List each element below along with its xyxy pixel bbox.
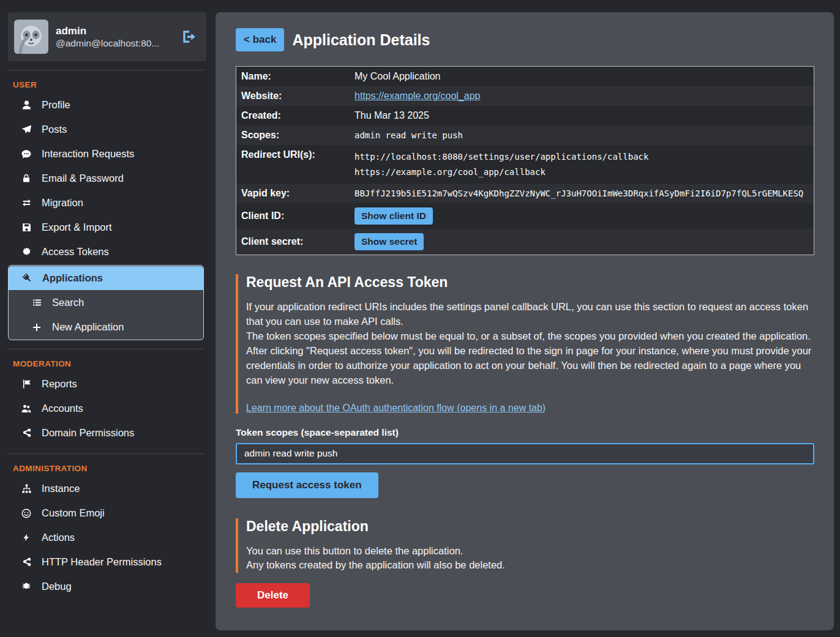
sidebar-item-accounts[interactable]: Accounts [8, 397, 206, 420]
sidebar-item-reports[interactable]: Reports [8, 372, 206, 396]
sidebar-item-label: Posts [42, 124, 67, 135]
row-label: Redirect URI(s): [236, 145, 350, 165]
list-icon [31, 297, 43, 308]
comment-dots-icon [20, 149, 32, 160]
show-secret-button[interactable]: Show secret [354, 233, 424, 250]
sign-out-icon [181, 29, 197, 45]
user-card[interactable]: admin @admin@localhost:80... [8, 12, 206, 61]
sidebar-item-label: Access Tokens [42, 246, 109, 258]
row-value: http://localhost:8080/settings/user/appl… [350, 145, 814, 184]
delete-button[interactable]: Delete [236, 583, 310, 608]
section-label-administration: ADMINISTRATION [13, 464, 206, 473]
row-label: Created: [236, 106, 350, 125]
bolt-icon [20, 532, 32, 543]
sidebar-item-applications-search[interactable]: Search [9, 291, 203, 315]
sidebar-item-label: Accounts [42, 403, 83, 414]
table-row-created: Created: Thu Mar 13 2025 [236, 106, 814, 125]
flag-icon [20, 379, 32, 389]
sidebar-item-label: Applications [42, 272, 103, 284]
row-value: My Cool Application [350, 67, 814, 86]
sidebar-item-instance[interactable]: Instance [8, 477, 206, 501]
sidebar-item-migration[interactable]: Migration [8, 191, 206, 215]
sidebar-item-posts[interactable]: Posts [8, 117, 206, 141]
request-token-section: Request An API Access Token If your appl… [236, 274, 814, 498]
sidebar-item-profile[interactable]: Profile [8, 93, 206, 117]
token-scopes-input[interactable] [236, 443, 814, 464]
sidebar-item-applications-new[interactable]: New Application [9, 315, 203, 339]
delete-text-block: Delete Application You can use this butt… [236, 518, 814, 573]
title-row: < back Application Details [236, 28, 814, 51]
table-row-scopes: Scopes: admin read write push [236, 125, 814, 145]
logout-button[interactable] [179, 28, 198, 46]
sidebar-item-label: Reports [42, 378, 77, 390]
sidebar-item-http-header-permissions[interactable]: HTTP Header Permissions [8, 550, 206, 574]
sidebar-divider [8, 453, 204, 454]
floppy-disk-icon [20, 222, 32, 233]
sidebar-divider [8, 70, 204, 70]
sidebar-item-export-import[interactable]: Export & Import [8, 215, 206, 239]
user-handle: @admin@localhost:80... [56, 38, 172, 49]
sidebar-item-debug[interactable]: Debug [8, 575, 206, 598]
sidebar-item-interaction-requests[interactable]: Interaction Requests [8, 142, 206, 166]
sitemap-icon [20, 483, 32, 494]
sidebar-item-access-tokens[interactable]: Access Tokens [8, 240, 206, 264]
sidebar-item-label: Domain Permissions [42, 427, 134, 439]
user-meta: admin @admin@localhost:80... [56, 24, 172, 49]
share-nodes-icon [20, 428, 32, 438]
paragraph-line: After clicking "Request access token", y… [246, 344, 814, 388]
lock-icon [20, 173, 32, 184]
sidebar: admin @admin@localhost:80... USER Profil… [0, 0, 211, 637]
sidebar-item-email-password[interactable]: Email & Password [8, 166, 206, 190]
sidebar-item-label: Interaction Requests [42, 148, 134, 160]
paragraph-line: Any tokens created by the application wi… [246, 558, 814, 573]
row-label: Vapid key: [236, 184, 350, 203]
row-label: Name: [236, 67, 350, 86]
table-row-website: Website: https://example.org/cool_app [236, 86, 814, 106]
row-label: Scopes: [236, 125, 350, 145]
row-value: Thu Mar 13 2025 [350, 106, 814, 125]
sidebar-divider [8, 349, 204, 349]
sidebar-item-label: Debug [42, 581, 72, 592]
plug-icon [21, 273, 33, 283]
sidebar-item-label: Email & Password [42, 173, 124, 184]
table-row-redirect-uris: Redirect URI(s): http://localhost:8080/s… [236, 145, 814, 184]
users-icon [20, 403, 32, 414]
website-link[interactable]: https://example.org/cool_app [354, 91, 480, 101]
sidebar-item-custom-emoji[interactable]: Custom Emoji [8, 501, 206, 525]
share-nodes-icon [20, 557, 32, 567]
bug-icon [20, 581, 32, 592]
page-title: Application Details [292, 31, 430, 49]
row-value: BBJffJ219b5iE512m7wQSzv4KgKDhgZZVzNyWC_r… [350, 184, 814, 203]
table-row-name: Name: My Cool Application [236, 67, 814, 86]
sidebar-item-label: Search [52, 297, 84, 308]
row-label: Client ID: [236, 206, 350, 226]
applications-submenu: Search New Application [9, 291, 203, 339]
request-access-token-button[interactable]: Request access token [236, 472, 378, 498]
sidebar-item-label: New Application [52, 321, 124, 333]
paragraph-line: The token scopes specified below must be… [246, 329, 814, 344]
token-scopes-label: Token scopes (space-separated list) [236, 427, 814, 438]
avatar [14, 20, 48, 54]
application-details-table: Name: My Cool Application Website: https… [236, 66, 814, 255]
sidebar-item-domain-permissions[interactable]: Domain Permissions [8, 421, 206, 445]
sidebar-item-applications[interactable]: Applications [9, 266, 203, 290]
back-button[interactable]: < back [236, 28, 284, 51]
paragraph-line: You can use this button to delete the ap… [246, 544, 814, 559]
applications-group: Applications Search New Application [8, 265, 204, 340]
sidebar-item-actions[interactable]: Actions [8, 526, 206, 549]
arrows-left-right-icon [20, 198, 32, 208]
paper-plane-icon [20, 124, 32, 135]
show-client-id-button[interactable]: Show client ID [354, 207, 433, 225]
oauth-docs-link[interactable]: Learn more about the OAuth authenticatio… [246, 403, 546, 413]
delete-application-section: Delete Application You can use this butt… [236, 518, 814, 608]
user-icon [20, 100, 32, 110]
row-value: admin read write push [350, 126, 814, 144]
section-heading: Delete Application [246, 518, 814, 535]
paragraph-line: If your application redirect URIs includ… [246, 300, 814, 329]
sidebar-item-label: Instance [42, 483, 80, 494]
sidebar-item-label: Custom Emoji [42, 507, 105, 519]
sidebar-item-label: Export & Import [42, 222, 112, 233]
user-name: admin [56, 24, 172, 38]
sidebar-item-label: Actions [42, 532, 75, 543]
redirect-uri: https://example.org/cool_app/callback [354, 165, 809, 180]
